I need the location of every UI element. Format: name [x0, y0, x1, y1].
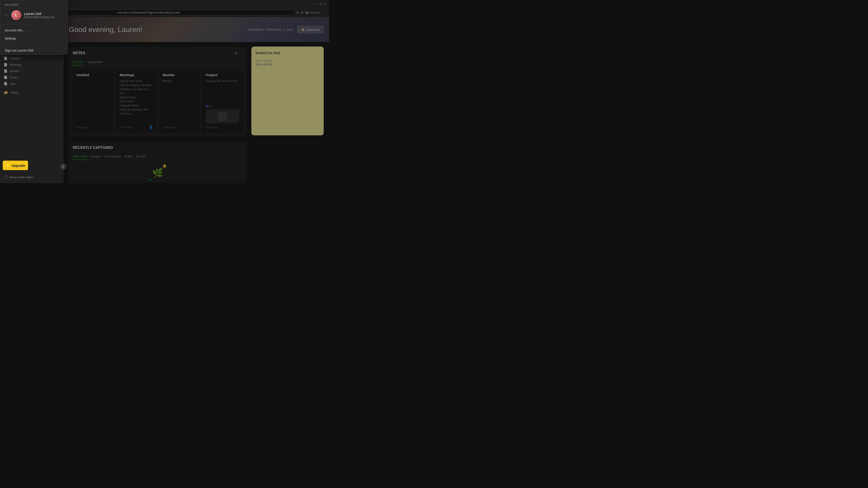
account-user-row[interactable]: ✓ L Lauren Deli b93b1c4d@moodjoy.com — [0, 8, 68, 22]
collapse-sidebar-button[interactable]: ❮ — [60, 163, 66, 170]
note-icon: 📄 — [4, 57, 7, 60]
sidebar-item-label: Moodie — [10, 69, 20, 73]
settings-item[interactable]: Settings — [0, 34, 68, 42]
account-info-item[interactable]: Account info... — [0, 26, 68, 34]
sidebar-item-meetings[interactable]: 📄 Meetings — [0, 61, 63, 68]
account-avatar: L — [11, 10, 21, 20]
help-row[interactable]: ? Need a little help? — [0, 173, 63, 182]
help-icon: ? — [4, 175, 8, 179]
sidebar-item-project[interactable]: 📄 Project — [0, 74, 63, 80]
note-icon: 📄 — [4, 82, 7, 86]
sign-out-item[interactable]: Sign out Lauren Deli — [0, 46, 68, 55]
account-dropdown: ACCOUNT ✓ L Lauren Deli b93b1c4d@moodjoy… — [0, 0, 68, 55]
account-user-email: b93b1c4d@moodjoy.com — [24, 15, 55, 19]
account-user-details: Lauren Deli b93b1c4d@moodjoy.com — [24, 12, 55, 19]
help-label: Need a little help? — [9, 175, 33, 179]
notes-folder-icon: 📁 — [4, 90, 8, 95]
upgrade-label: Upgrade — [11, 164, 25, 167]
note-icon: 📄 — [4, 69, 7, 73]
sidebar-item-label: Project — [10, 76, 19, 79]
sidebar-item-label: Meetings — [10, 63, 22, 66]
sidebar-item-sign[interactable]: 📄 Sign — [0, 80, 63, 87]
note-icon: 📄 — [4, 63, 7, 66]
divider-2 — [0, 44, 68, 44]
sidebar-item-label: Sign — [10, 82, 16, 86]
sidebar-notes-label: Notes — [10, 91, 19, 94]
note-icon: 📄 — [4, 75, 7, 79]
checkmark-icon: ✓ — [5, 13, 8, 18]
account-user-name: Lauren Deli — [24, 12, 55, 15]
sidebar-item-notes[interactable]: 📁 Notes — [0, 89, 63, 96]
sidebar-item-untitled[interactable]: 📄 Untitled — [0, 55, 63, 61]
upgrade-button[interactable]: ⭐ Upgrade — [3, 161, 28, 170]
collapse-icon: ❮ — [62, 165, 64, 168]
sidebar-item-label: Untitled — [10, 57, 20, 60]
sidebar-item-moodie[interactable]: 📄 Moodie — [0, 68, 63, 74]
upgrade-icon: ⭐ — [5, 163, 10, 167]
account-section-label: ACCOUNT — [0, 0, 68, 8]
